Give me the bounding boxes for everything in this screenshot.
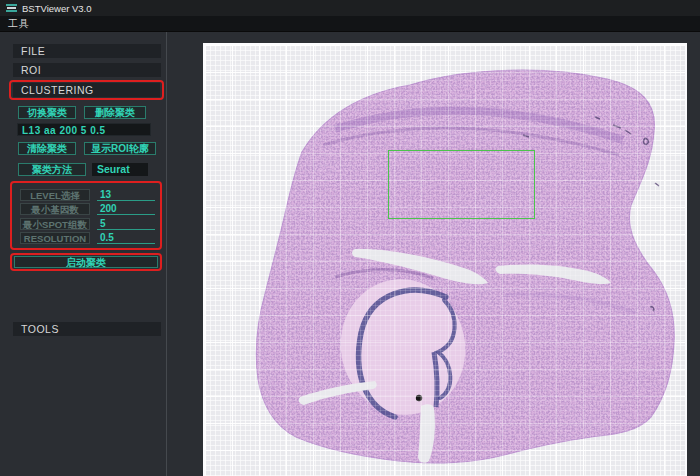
menu-bar: 工具: [0, 16, 700, 32]
cluster-selection-combo[interactable]: L13 aa 200 5 0.5: [17, 123, 151, 136]
resolution-label: RESOLUTION: [20, 232, 90, 244]
sidebar: FILE ROI CLUSTERING 切换聚类 删除聚类 L13 aa 200…: [4, 32, 167, 476]
cluster-method-button[interactable]: 聚类方法: [18, 163, 86, 176]
sidebar-section-file[interactable]: FILE: [13, 44, 161, 58]
min-spot-group-input[interactable]: 5: [97, 218, 155, 230]
annotation-box-clustering: CLUSTERING: [9, 80, 164, 100]
resolution-input[interactable]: 0.5: [97, 232, 155, 244]
switch-cluster-button[interactable]: 切换聚类: [18, 106, 76, 119]
window-title: BSTViewer V3.0: [22, 3, 92, 14]
sidebar-section-tools[interactable]: TOOLS: [13, 322, 161, 336]
min-spot-group-label: 最小SPOT组数: [20, 218, 90, 230]
cluster-method-value[interactable]: Seurat: [92, 163, 148, 176]
app-icon: [6, 4, 17, 13]
show-roi-outline-button[interactable]: 显示ROI轮廓: [84, 142, 156, 155]
level-select-input[interactable]: 13: [97, 189, 155, 201]
clustering-panel: 切换聚类 删除聚类 L13 aa 200 5 0.5 清除聚类 显示ROI轮廓 …: [4, 106, 166, 271]
roi-rectangle[interactable]: [388, 150, 535, 219]
title-bar: BSTViewer V3.0: [0, 0, 700, 16]
annotation-box-start: 启动聚类: [10, 253, 162, 271]
delete-cluster-button[interactable]: 删除聚类: [84, 106, 146, 119]
annotation-box-parameters: LEVEL选择 13 最小基因数 200 最小SPOT组数 5 RESOLUTI…: [10, 181, 162, 250]
clear-cluster-button[interactable]: 清除聚类: [18, 142, 76, 155]
min-gene-count-input[interactable]: 200: [97, 203, 155, 215]
menu-item-tools[interactable]: 工具: [8, 17, 30, 31]
sidebar-section-clustering[interactable]: CLUSTERING: [13, 83, 160, 97]
tissue-image: [205, 45, 685, 476]
application-window: BSTViewer V3.0 工具 FILE ROI CLUSTERING 切换…: [0, 0, 700, 476]
viewer-canvas[interactable]: [203, 43, 687, 476]
start-clustering-button[interactable]: 启动聚类: [14, 256, 158, 268]
sidebar-section-roi[interactable]: ROI: [13, 63, 161, 77]
level-select-label: LEVEL选择: [20, 189, 90, 201]
min-gene-count-label: 最小基因数: [20, 203, 90, 215]
